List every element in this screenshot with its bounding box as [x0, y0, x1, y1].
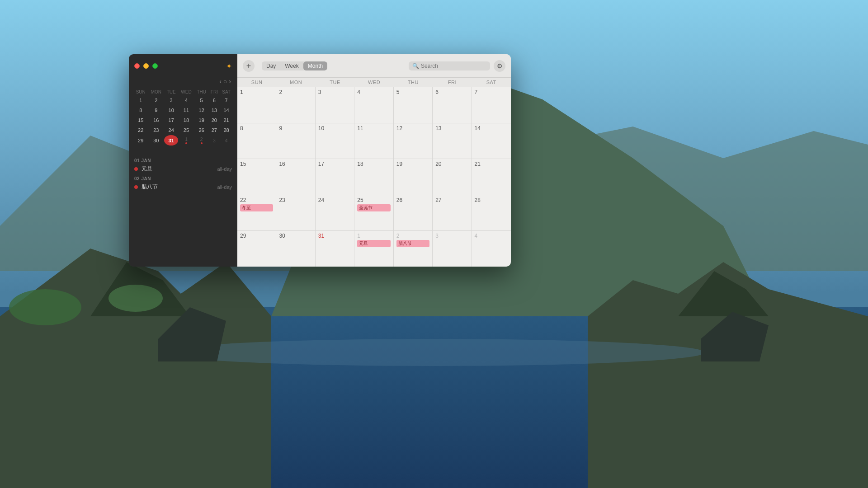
calendar-cell[interactable]: 17: [316, 159, 354, 195]
mini-cal-day[interactable]: 2: [148, 95, 164, 105]
calendar-cell[interactable]: 1元旦: [354, 231, 393, 267]
calendar-cell[interactable]: 11: [354, 123, 393, 159]
mini-cal-day[interactable]: 6: [208, 95, 220, 105]
main-toolbar: + Day Week Month 🔍 ⚙: [237, 54, 511, 78]
calendar-cell[interactable]: 2: [276, 87, 315, 123]
week-view-button[interactable]: Week: [280, 61, 303, 70]
mini-cal-day[interactable]: 12: [194, 105, 209, 115]
add-event-button[interactable]: +: [243, 60, 255, 72]
calendar-cell[interactable]: 23: [276, 195, 315, 231]
calendar-event[interactable]: 冬至: [240, 204, 273, 211]
mini-cal-day[interactable]: 3: [208, 135, 220, 145]
mini-cal-day[interactable]: 26: [194, 125, 209, 135]
mini-cal-day[interactable]: 4: [220, 135, 233, 145]
mini-cal-day[interactable]: 21: [220, 115, 233, 125]
calendar-week: 2930311元旦2腊八节34: [237, 231, 511, 267]
calendar-cell[interactable]: 21: [472, 159, 511, 195]
calendar-cell[interactable]: 8: [237, 123, 276, 159]
event-name-1: 元旦: [142, 165, 214, 173]
calendar-cell[interactable]: 31: [316, 231, 354, 267]
cell-date-number: 9: [279, 125, 312, 131]
calendar-cell[interactable]: 16: [276, 159, 315, 195]
prev-month-button[interactable]: ‹: [219, 78, 222, 85]
calendar-cell[interactable]: 13: [433, 123, 472, 159]
mini-calendar: ‹ ○ › SUN MON TUE WED THU FRI: [129, 78, 237, 150]
calendar-cell[interactable]: 24: [316, 195, 354, 231]
mini-cal-day[interactable]: 25: [178, 125, 194, 135]
day-view-button[interactable]: Day: [262, 61, 280, 70]
mini-cal-day[interactable]: 11: [178, 105, 194, 115]
mini-cal-day[interactable]: 29: [133, 135, 148, 145]
mini-cal-day[interactable]: 7: [220, 95, 233, 105]
mini-cal-day[interactable]: 22: [133, 125, 148, 135]
mini-cal-day[interactable]: 9: [148, 105, 164, 115]
calendar-event[interactable]: 圣诞节: [357, 204, 390, 211]
calendar-cell[interactable]: 3: [433, 231, 472, 267]
mini-cal-day[interactable]: 20: [208, 115, 220, 125]
mini-cal-day[interactable]: 4: [178, 95, 194, 105]
traffic-close-button[interactable]: [134, 63, 140, 69]
mini-cal-day[interactable]: 14: [220, 105, 233, 115]
settings-button[interactable]: ⚙: [494, 60, 505, 72]
month-view-button[interactable]: Month: [303, 61, 327, 70]
calendar-cell[interactable]: 29: [237, 231, 276, 267]
mini-cal-day[interactable]: 23: [148, 125, 164, 135]
calendar-cell[interactable]: 7: [472, 87, 511, 123]
mini-cal-day[interactable]: 18: [178, 115, 194, 125]
calendar-week: 1234567: [237, 87, 511, 123]
mini-cal-day[interactable]: 30: [148, 135, 164, 145]
calendar-cell[interactable]: 12: [394, 123, 433, 159]
mini-cal-day[interactable]: 10: [164, 105, 178, 115]
mini-cal-day[interactable]: 1: [178, 135, 194, 145]
event-item-2[interactable]: 腊八节 all-day: [134, 183, 232, 191]
calendar-cell[interactable]: 27: [433, 195, 472, 231]
mini-cal-day[interactable]: 2: [194, 135, 209, 145]
calendar-cell[interactable]: 30: [276, 231, 315, 267]
calendar-cell[interactable]: 3: [316, 87, 354, 123]
cell-date-number: 13: [435, 125, 468, 131]
event-time-1: all-day: [217, 166, 232, 172]
sidebar-titlebar: ✦: [129, 54, 237, 78]
calendar-cell[interactable]: 4: [472, 231, 511, 267]
mini-cal-day[interactable]: 28: [220, 125, 233, 135]
calendar-event[interactable]: 腊八节: [396, 240, 429, 247]
mini-cal-day[interactable]: 31: [164, 135, 178, 145]
mini-cal-day[interactable]: 17: [164, 115, 178, 125]
calendar-cell[interactable]: 10: [316, 123, 354, 159]
calendar-cell[interactable]: 9: [276, 123, 315, 159]
calendar-cell[interactable]: 15: [237, 159, 276, 195]
search-input[interactable]: [421, 63, 486, 69]
next-month-button[interactable]: ›: [229, 78, 231, 85]
mini-cal-day[interactable]: 15: [133, 115, 148, 125]
calendar-cell[interactable]: 20: [433, 159, 472, 195]
mini-cal-day[interactable]: 3: [164, 95, 178, 105]
mini-cal-day[interactable]: 1: [133, 95, 148, 105]
calendar-cell[interactable]: 25圣诞节: [354, 195, 393, 231]
mini-cal-day[interactable]: 16: [148, 115, 164, 125]
traffic-minimize-button[interactable]: [143, 63, 149, 69]
calendar-cell[interactable]: 6: [433, 87, 472, 123]
calendar-cell[interactable]: 1: [237, 87, 276, 123]
calendar-event[interactable]: 元旦: [357, 240, 390, 247]
mini-cal-day[interactable]: 24: [164, 125, 178, 135]
event-item-1[interactable]: 元旦 all-day: [134, 165, 232, 173]
circle-nav[interactable]: ○: [223, 78, 227, 85]
calendar-cell[interactable]: 19: [394, 159, 433, 195]
calendar-cell[interactable]: 5: [394, 87, 433, 123]
calendar-cell[interactable]: 18: [354, 159, 393, 195]
cal-header-sat: SAT: [472, 78, 511, 87]
mini-cal-day[interactable]: 27: [208, 125, 220, 135]
cell-date-number: 11: [357, 125, 390, 131]
mini-cal-day[interactable]: 13: [208, 105, 220, 115]
calendar-cell[interactable]: 22冬至: [237, 195, 276, 231]
calendar-cell[interactable]: 26: [394, 195, 433, 231]
search-box[interactable]: 🔍: [409, 61, 490, 70]
calendar-cell[interactable]: 28: [472, 195, 511, 231]
mini-cal-day[interactable]: 5: [194, 95, 209, 105]
mini-cal-day[interactable]: 19: [194, 115, 209, 125]
calendar-cell[interactable]: 4: [354, 87, 393, 123]
traffic-maximize-button[interactable]: [152, 63, 158, 69]
mini-cal-day[interactable]: 8: [133, 105, 148, 115]
calendar-cell[interactable]: 2腊八节: [394, 231, 433, 267]
calendar-cell[interactable]: 14: [472, 123, 511, 159]
